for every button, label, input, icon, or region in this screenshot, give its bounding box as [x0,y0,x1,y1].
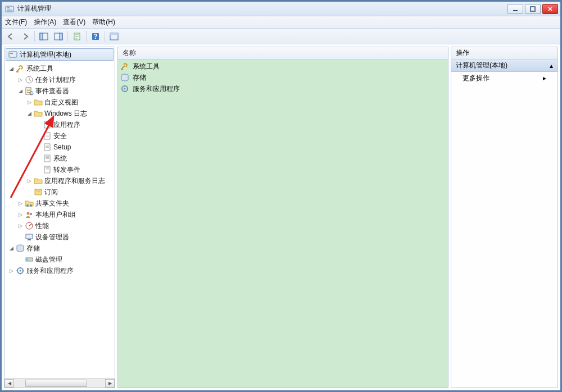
tree-item-custom-views[interactable]: ▷自定义视图 [4,97,115,108]
actions-panel: 操作 计算机管理(本地) ▴ 更多操作 ▸ [451,47,558,388]
collapse-icon[interactable]: ◢ [17,88,24,94]
maximize-button[interactable] [525,4,541,14]
window-buttons [507,3,560,15]
scroll-right-button[interactable]: ▶ [105,379,115,388]
tree-item-disk-mgmt[interactable]: 磁盘管理 [4,254,115,265]
svg-point-46 [30,204,32,207]
subscription-icon [34,188,43,197]
scroll-thumb[interactable] [25,380,87,387]
services-icon [16,266,25,275]
log-icon [43,154,52,163]
tree-item-performance[interactable]: ▷性能 [4,220,115,231]
computer-mgmt-icon [8,50,17,59]
svg-text:?: ? [93,33,97,40]
expand-icon[interactable]: ▷ [17,211,24,218]
menu-help[interactable]: 帮助(H) [92,17,115,27]
log-icon [43,131,52,140]
properties-button[interactable] [70,30,84,43]
tree-item-log-system[interactable]: 系统 [4,153,115,164]
menu-view[interactable]: 查看(V) [63,17,85,27]
tree[interactable]: ◢系统工具 ▷任务计划程序 ◢事件查看器 ▷自定义视图 ◢Windows 日志 … [4,62,115,378]
show-console-button[interactable] [107,30,121,43]
list-item[interactable]: 系统工具 [120,61,446,72]
content-panel: 名称 系统工具 存储 服务和应用程序 [117,47,448,388]
expand-icon[interactable]: ▷ [26,177,33,184]
storage-icon [120,73,129,82]
svg-rect-26 [46,124,49,124]
collapse-icon[interactable]: ◢ [8,65,15,72]
titlebar[interactable]: 计算机管理 [2,2,560,16]
svg-rect-43 [46,170,49,170]
tree-item-app-service-logs[interactable]: ▷应用程序和服务日志 [4,175,115,186]
svg-rect-31 [46,136,49,136]
minimize-button[interactable] [507,4,523,14]
svg-rect-3 [7,10,12,11]
tree-item-task-scheduler[interactable]: ▷任务计划程序 [4,74,115,85]
expand-icon[interactable]: ▷ [8,267,15,274]
tree-item-subscriptions[interactable]: 订阅 [4,186,115,198]
svg-rect-22 [27,92,30,93]
tree-item-log-security[interactable]: 安全 [4,130,115,142]
svg-point-57 [20,270,21,272]
tree-item-event-viewer[interactable]: ◢事件查看器 [4,85,115,97]
tree-item-device-manager[interactable]: 设备管理器 [4,231,115,243]
menubar: 文件(F) 操作(A) 查看(V) 帮助(H) [2,16,560,29]
forward-button[interactable] [19,30,32,43]
collapse-icon[interactable]: ◢ [8,245,15,252]
tree-item-log-setup[interactable]: Setup [4,142,115,153]
tree-item-log-application[interactable]: 应用程序 [4,119,115,130]
close-button[interactable] [542,4,558,14]
expand-icon[interactable]: ▷ [26,99,33,106]
svg-point-47 [27,212,30,215]
menu-file[interactable]: 文件(F) [5,17,27,27]
tree-item-windows-logs[interactable]: ◢Windows 日志 [4,108,115,119]
toolbar: ? [2,29,560,44]
svg-rect-34 [46,146,49,147]
tree-item-shared-folders[interactable]: ▷共享文件夹 [4,198,115,209]
folder-icon [34,109,43,118]
tree-item-storage[interactable]: ◢存储 [4,243,115,254]
svg-rect-4 [513,10,518,11]
storage-icon [16,244,25,253]
menu-action[interactable]: 操作(A) [34,17,56,27]
actions-header: 操作 [451,47,558,60]
horizontal-scrollbar[interactable]: ◀ ▶ [4,378,115,388]
svg-point-48 [30,213,32,215]
actions-section-title[interactable]: 计算机管理(本地) ▴ [451,60,558,72]
show-hide-tree-button[interactable] [37,30,51,43]
show-hide-action-button[interactable] [52,30,65,43]
back-button[interactable] [4,30,17,43]
content-list[interactable]: 系统工具 存储 服务和应用程序 [118,60,448,95]
svg-rect-16 [10,53,13,54]
log-icon [43,143,52,152]
svg-rect-7 [40,33,43,40]
tree-item-system-tools[interactable]: ◢系统工具 [4,63,115,74]
users-icon [25,210,34,219]
svg-rect-9 [60,33,62,40]
tree-root-selected[interactable]: 计算机管理(本地) [6,48,114,61]
scroll-track[interactable] [14,379,105,388]
scroll-left-button[interactable]: ◀ [4,379,14,388]
expand-icon[interactable]: ▷ [17,76,24,83]
action-more[interactable]: 更多操作 ▸ [451,72,558,84]
expand-icon[interactable]: ▷ [17,200,24,207]
svg-point-45 [26,204,29,207]
expand-icon[interactable]: ▷ [17,222,24,229]
main-body: 计算机管理(本地) ◢系统工具 ▷任务计划程序 ◢事件查看器 ▷自定义视图 ◢W… [2,44,560,390]
list-item[interactable]: 服务和应用程序 [120,83,446,94]
tree-item-services-apps[interactable]: ▷服务和应用程序 [4,265,115,276]
tree-item-local-users[interactable]: ▷本地用户和组 [4,209,115,220]
toolbar-separator [86,31,87,42]
list-item[interactable]: 存储 [120,72,446,83]
svg-rect-39 [46,158,49,159]
help-button[interactable]: ? [89,30,102,43]
svg-rect-41 [46,167,49,168]
tree-item-log-forwarded[interactable]: 转发事件 [4,164,115,175]
svg-rect-15 [9,52,17,57]
column-header-name[interactable]: 名称 [118,47,448,60]
collapse-up-icon[interactable]: ▴ [550,62,553,70]
svg-rect-38 [46,157,49,158]
disk-mgmt-icon [25,255,34,264]
collapse-icon[interactable]: ◢ [26,110,33,117]
window-title: 计算机管理 [17,4,51,13]
